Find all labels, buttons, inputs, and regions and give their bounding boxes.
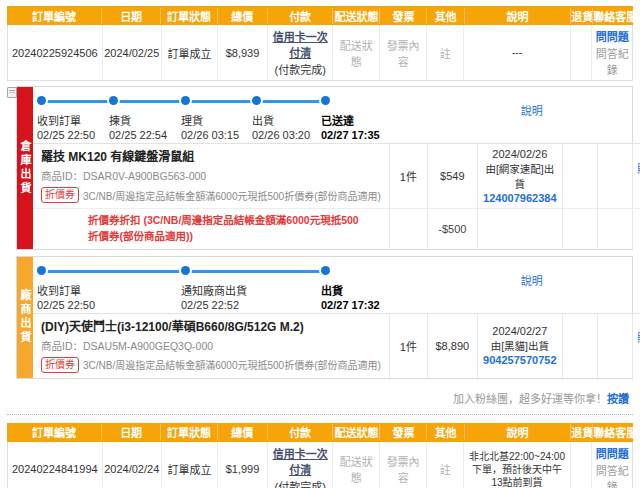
header-other: 其他 — [426, 424, 464, 440]
order2-payment-cell: 信用卡一次付清 (付款完成) — [267, 442, 333, 488]
order1-number: 20240225924506 — [8, 25, 102, 80]
purchase-proof-link[interactable]: 購買證明 — [636, 162, 640, 191]
header-total: 總價 — [217, 424, 267, 440]
fan-text: 加入粉絲團，超多好運等你拿！ — [453, 393, 607, 405]
order2-total: $1,999 — [217, 442, 267, 488]
stage-dot — [37, 266, 46, 275]
header-invoice: 發票 — [379, 424, 426, 440]
product-row: 羅技 MK120 有線鍵盤滑鼠組 商品ID：DSAR0V-A900BG563-0… — [33, 144, 640, 208]
ship-date: 2024/02/27 — [492, 325, 547, 337]
header-delivery-status: 配送狀態 — [332, 424, 379, 440]
coupon-discount-row: 折價券折扣 (3C/NB/周邊指定品結帳金額滿6000元現抵500折價券(部份商… — [33, 208, 640, 249]
product-id: 商品ID：DSAR0V-A900BG563-000 — [41, 168, 381, 183]
order1-payment-cell: 信用卡一次付清 (付款完成) — [267, 25, 333, 80]
header-invoice: 發票 — [379, 8, 426, 24]
header-date: 日期 — [101, 8, 160, 24]
header-payment: 付款 — [267, 424, 333, 440]
order1-date: 2024/02/25 — [102, 25, 161, 80]
product-quantity: 1件 — [389, 314, 427, 378]
product-price: $8,890 — [427, 314, 477, 378]
header-payment: 付款 — [267, 8, 333, 24]
purchase-proof-link[interactable]: 購買證明 — [636, 331, 640, 360]
order2-ask-question-link[interactable]: 問問題 — [596, 445, 629, 461]
order2-summary-table: 訂單編號 日期 訂單狀態 總價 付款 配送狀態 發票 其他 說明 退貨 聯絡客服… — [7, 423, 633, 488]
order1-payment-status: (付款完成) — [275, 61, 326, 77]
header-contact: 聯絡客服 — [592, 424, 633, 440]
tracker-stage-delivered: 已送達 02/27 17:35 — [321, 94, 407, 141]
header-return: 退貨 — [570, 424, 592, 440]
empty-cell — [562, 314, 597, 378]
empty-cell — [389, 209, 427, 249]
order1-payment-link[interactable]: 信用卡一次付清 — [270, 28, 331, 60]
vendor-shipping-sidebar: 廠商出貨 — [17, 257, 33, 378]
order1-warehouse-progress-tracker: 收到訂單 02/25 22:50 揀貨 02/25 22:54 理貨 02/26… — [33, 94, 640, 140]
order2-number: 20240224841994 — [8, 442, 102, 488]
order1-summary-table: 訂單編號 日期 訂單狀態 總價 付款 配送狀態 發票 其他 說明 退貨 聯絡客服… — [7, 6, 633, 81]
order-divider — [7, 414, 633, 415]
order2-payment-status: (付款完成) — [275, 478, 326, 488]
order1-vendor-shipment-section: 廠商出貨 收到訂單 02/25 22:50 通知廠商出貨 02/25 22:52… — [7, 256, 633, 379]
order2-qa-log-link[interactable]: 問答紀錄 — [594, 462, 630, 488]
tracking-number-link[interactable]: 124007962384 — [483, 192, 556, 204]
discount-text: 折價券折扣 (3C/NB/周邊指定品結帳金額滿6000元現抵500折價券(部份商… — [33, 209, 389, 249]
shipping-info-cell: 2024/02/26 由[網家速配]出貨 124007962384 — [477, 144, 562, 208]
order1-summary-row: 20240225924506 2024/02/25 訂單成立 $8,939 信用… — [7, 25, 633, 81]
order1-ask-question-link[interactable]: 問問題 — [596, 28, 629, 44]
order1-table-header: 訂單編號 日期 訂單狀態 總價 付款 配送狀態 發票 其他 說明 退貨 聯絡客服 — [7, 6, 633, 25]
order1-invoice-link[interactable]: 發票內容 — [382, 37, 424, 69]
order2-invoice-link[interactable]: 發票內容 — [382, 453, 424, 485]
discount-amount: -$500 — [438, 223, 466, 235]
ship-carrier: 由[黑貓]出貨 — [491, 338, 549, 353]
order2-delivery-status-link[interactable]: 配送狀態 — [335, 453, 377, 485]
order1-status: 訂單成立 — [161, 25, 217, 80]
shipping-info-cell: 2024/02/27 由[黑貓]出貨 904257570752 — [477, 314, 562, 378]
help-link[interactable]: 說明 — [521, 102, 543, 118]
like-link[interactable]: 按讚 — [607, 393, 629, 405]
stage-dot — [321, 96, 330, 105]
header-status: 訂單狀態 — [160, 8, 216, 24]
order2-contact-cell: 問問題 問答紀錄 — [591, 442, 632, 488]
stage-dot — [109, 96, 118, 105]
coupon-badge: 折價券 — [41, 187, 79, 203]
product-name: (DIY)天使鬥士(i3-12100/華碩B660/8G/512G M.2) — [41, 320, 381, 335]
header-other: 其他 — [426, 8, 464, 24]
stage-dot — [181, 96, 190, 105]
product-price: $549 — [427, 144, 477, 208]
header-total: 總價 — [217, 8, 267, 24]
empty-cell — [597, 144, 632, 208]
order1-total: $8,939 — [217, 25, 267, 80]
print-icon[interactable] — [7, 87, 17, 98]
header-note: 說明 — [464, 8, 570, 24]
tracking-number-link[interactable]: 904257570752 — [483, 354, 556, 366]
order1-warehouse-shipment-section: 倉庫出貨 收到訂單 02/25 22:50 揀貨 02/25 22:54 理貨 — [7, 86, 633, 250]
order1-vendor-progress-tracker: 收到訂單 02/25 22:50 通知廠商出貨 02/25 22:52 出貨 0… — [33, 264, 640, 310]
product-name: 羅技 MK120 有線鍵盤滑鼠組 — [41, 150, 381, 165]
order1-other-note-link[interactable]: 註 — [440, 45, 451, 61]
header-return: 退貨 — [570, 8, 592, 24]
order2-other-note-link[interactable]: 註 — [440, 461, 451, 477]
help-link[interactable]: 說明 — [521, 272, 543, 288]
stage-dot — [37, 96, 46, 105]
stage-dot — [321, 266, 330, 275]
order2-payment-link[interactable]: 信用卡一次付清 — [270, 445, 331, 477]
order2-table-header: 訂單編號 日期 訂單狀態 總價 付款 配送狀態 發票 其他 說明 退貨 聯絡客服 — [7, 423, 633, 442]
header-order-no: 訂單編號 — [7, 424, 101, 440]
tracker-stage-shipped: 出貨 02/27 17:32 — [321, 264, 407, 311]
order1-delivery-status-link[interactable]: 配送狀態 — [335, 37, 377, 69]
stage-dot — [252, 96, 261, 105]
order2-date: 2024/02/24 — [102, 442, 161, 488]
order1-qa-log-link[interactable]: 問答紀錄 — [594, 45, 630, 77]
empty-cell — [632, 209, 640, 249]
order2-return-cell — [570, 442, 592, 488]
empty-cell — [477, 209, 562, 249]
header-date: 日期 — [101, 424, 160, 440]
coupon-text: 3C/NB/周邊指定品結帳金額滿6000元現抵500折價券(部份商品適用) — [83, 188, 381, 203]
warehouse-shipping-sidebar: 倉庫出貨 — [17, 87, 33, 249]
coupon-badge: 折價券 — [41, 357, 79, 373]
header-note: 說明 — [464, 424, 570, 440]
product-quantity: 1件 — [389, 144, 427, 208]
order1-return-cell — [570, 25, 592, 80]
header-delivery-status: 配送狀態 — [332, 8, 379, 24]
order2-summary-row: 20240224841994 2024/02/24 訂單成立 $1,999 信用… — [7, 442, 633, 488]
fan-banner: 加入粉絲團，超多好運等你拿！按讚 — [7, 385, 633, 408]
